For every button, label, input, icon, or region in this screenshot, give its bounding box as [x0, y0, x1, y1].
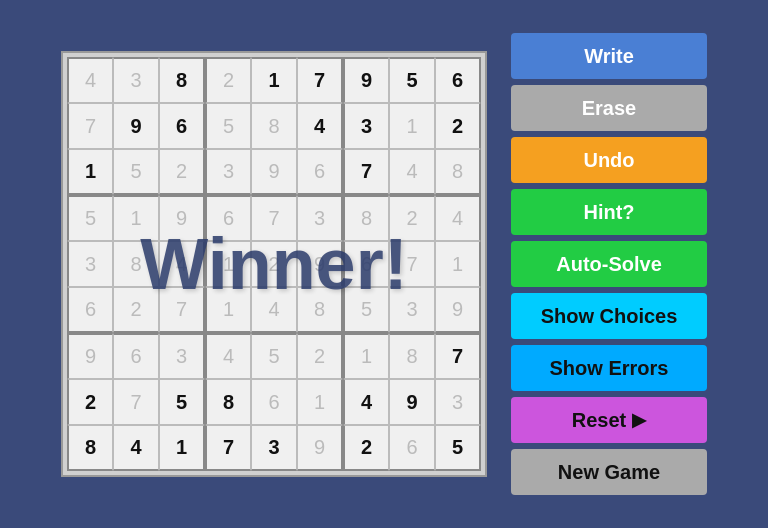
cell-66[interactable]: 8 [205, 379, 251, 425]
cell-38[interactable]: 4 [159, 241, 205, 287]
cell-32[interactable]: 3 [297, 195, 343, 241]
cell-57[interactable]: 4 [205, 333, 251, 379]
cell-75[interactable]: 7 [205, 425, 251, 471]
cell-72[interactable]: 8 [67, 425, 113, 471]
cell-17[interactable]: 2 [435, 103, 481, 149]
cell-71[interactable]: 3 [435, 379, 481, 425]
cell-60[interactable]: 1 [343, 333, 389, 379]
cell-64[interactable]: 7 [113, 379, 159, 425]
cell-23[interactable]: 6 [297, 149, 343, 195]
cell-14[interactable]: 4 [297, 103, 343, 149]
cell-77[interactable]: 9 [297, 425, 343, 471]
cell-50[interactable]: 8 [297, 287, 343, 333]
cell-18[interactable]: 1 [67, 149, 113, 195]
cell-74[interactable]: 1 [159, 425, 205, 471]
cell-26[interactable]: 8 [435, 149, 481, 195]
erase-button[interactable]: Erase [511, 85, 707, 131]
cell-56[interactable]: 3 [159, 333, 205, 379]
cell-48[interactable]: 1 [205, 287, 251, 333]
cell-22[interactable]: 9 [251, 149, 297, 195]
cell-2[interactable]: 8 [159, 57, 205, 103]
cell-10[interactable]: 9 [113, 103, 159, 149]
cell-12[interactable]: 5 [205, 103, 251, 149]
cell-15[interactable]: 3 [343, 103, 389, 149]
cell-69[interactable]: 4 [343, 379, 389, 425]
cell-8[interactable]: 6 [435, 57, 481, 103]
cell-65[interactable]: 5 [159, 379, 205, 425]
cell-6[interactable]: 9 [343, 57, 389, 103]
cell-44[interactable]: 1 [435, 241, 481, 287]
cell-4[interactable]: 1 [251, 57, 297, 103]
sudoku-grid: 4382179567965843121523967485196738243841… [67, 57, 481, 471]
cell-59[interactable]: 2 [297, 333, 343, 379]
cell-7[interactable]: 5 [389, 57, 435, 103]
cell-42[interactable]: 6 [343, 241, 389, 287]
showchoices-button[interactable]: Show Choices [511, 293, 707, 339]
cell-58[interactable]: 5 [251, 333, 297, 379]
cell-80[interactable]: 5 [435, 425, 481, 471]
cell-41[interactable]: 9 [297, 241, 343, 287]
cell-30[interactable]: 6 [205, 195, 251, 241]
cell-19[interactable]: 5 [113, 149, 159, 195]
cell-1[interactable]: 3 [113, 57, 159, 103]
cell-25[interactable]: 4 [389, 149, 435, 195]
cell-47[interactable]: 7 [159, 287, 205, 333]
cell-52[interactable]: 3 [389, 287, 435, 333]
cell-11[interactable]: 6 [159, 103, 205, 149]
cell-33[interactable]: 8 [343, 195, 389, 241]
cell-55[interactable]: 6 [113, 333, 159, 379]
cell-68[interactable]: 1 [297, 379, 343, 425]
cell-29[interactable]: 9 [159, 195, 205, 241]
cell-37[interactable]: 8 [113, 241, 159, 287]
cell-9[interactable]: 7 [67, 103, 113, 149]
cell-0[interactable]: 4 [67, 57, 113, 103]
cell-34[interactable]: 2 [389, 195, 435, 241]
autosolve-button[interactable]: Auto-Solve [511, 241, 707, 287]
cell-53[interactable]: 9 [435, 287, 481, 333]
cell-79[interactable]: 6 [389, 425, 435, 471]
cell-36[interactable]: 3 [67, 241, 113, 287]
showerrors-button[interactable]: Show Errors [511, 345, 707, 391]
cell-70[interactable]: 9 [389, 379, 435, 425]
cell-27[interactable]: 5 [67, 195, 113, 241]
cell-46[interactable]: 2 [113, 287, 159, 333]
cell-78[interactable]: 2 [343, 425, 389, 471]
cell-62[interactable]: 7 [435, 333, 481, 379]
sudoku-grid-wrapper: 4382179567965843121523967485196738243841… [61, 51, 487, 477]
hint-button[interactable]: Hint? [511, 189, 707, 235]
app-container: 4382179567965843121523967485196738243841… [41, 13, 727, 515]
cell-31[interactable]: 7 [251, 195, 297, 241]
cell-16[interactable]: 1 [389, 103, 435, 149]
cell-73[interactable]: 4 [113, 425, 159, 471]
cell-24[interactable]: 7 [343, 149, 389, 195]
cell-5[interactable]: 7 [297, 57, 343, 103]
cell-67[interactable]: 6 [251, 379, 297, 425]
cursor-icon: ▶ [632, 409, 646, 431]
cell-43[interactable]: 7 [389, 241, 435, 287]
cell-63[interactable]: 2 [67, 379, 113, 425]
cell-49[interactable]: 4 [251, 287, 297, 333]
cell-76[interactable]: 3 [251, 425, 297, 471]
cell-39[interactable]: 1 [205, 241, 251, 287]
sidebar: Write Erase Undo Hint? Auto-Solve Show C… [511, 33, 707, 495]
undo-button[interactable]: Undo [511, 137, 707, 183]
cell-28[interactable]: 1 [113, 195, 159, 241]
cell-13[interactable]: 8 [251, 103, 297, 149]
cell-61[interactable]: 8 [389, 333, 435, 379]
cell-20[interactable]: 2 [159, 149, 205, 195]
newgame-button[interactable]: New Game [511, 449, 707, 495]
cell-40[interactable]: 2 [251, 241, 297, 287]
cell-54[interactable]: 9 [67, 333, 113, 379]
cell-45[interactable]: 6 [67, 287, 113, 333]
cell-35[interactable]: 4 [435, 195, 481, 241]
cell-3[interactable]: 2 [205, 57, 251, 103]
cell-21[interactable]: 3 [205, 149, 251, 195]
cell-51[interactable]: 5 [343, 287, 389, 333]
reset-button[interactable]: Reset ▶ [511, 397, 707, 443]
write-button[interactable]: Write [511, 33, 707, 79]
